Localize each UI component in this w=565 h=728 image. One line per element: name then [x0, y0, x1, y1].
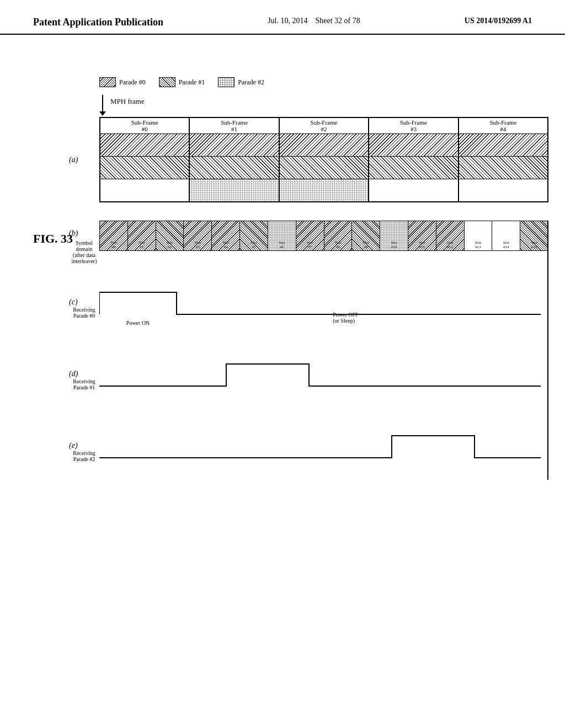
page-header: Patent Application Publication Jul. 10, …: [0, 0, 565, 35]
header-center: Jul. 10, 2014 Sheet 32 of 78: [268, 17, 360, 25]
slot-8: Slot#8: [324, 221, 353, 250]
c-label1: Receiving: [73, 307, 95, 313]
diagram-b: (b) Symbol domain (after data interleave…: [99, 221, 548, 251]
section-label-d: (d): [69, 370, 78, 378]
legend-label-1: Parade #1: [179, 78, 205, 87]
mph-label: MPH frame: [110, 97, 145, 106]
d-label2: Parade #1: [73, 384, 95, 390]
slot-2: Slot#2: [156, 221, 184, 250]
slot-9: Slot#9: [352, 221, 380, 250]
e-label1: Receiving: [73, 450, 95, 456]
slot-5: Slot#5: [240, 221, 268, 250]
diagram-c: (c) Receiving Parade #0 Power ON Power O…: [99, 281, 548, 336]
slot-3: Slot#3: [184, 221, 212, 250]
legend: Parade #0 Parade #1 Parade #2: [99, 77, 264, 87]
b-label2: domain: [76, 246, 93, 252]
legend-item-1: Parade #1: [159, 77, 205, 87]
section-label-c: (c): [69, 298, 78, 307]
subframe-2: Sub-Frame#2: [280, 118, 369, 201]
patent-number: US 2014/0192699 A1: [465, 17, 532, 25]
subframe-3: Sub-Frame#3: [369, 118, 459, 201]
legend-item-2: Parade #2: [218, 77, 264, 87]
legend-label-0: Parade #0: [119, 78, 146, 87]
slot-1: Slot#1: [128, 221, 156, 250]
slot-12: Slot#12: [436, 221, 465, 250]
section-label-a: (a): [69, 156, 78, 164]
publication-title: Patent Application Publication: [33, 17, 163, 28]
sheet: Sheet 32 of 78: [315, 17, 360, 25]
slot-7: Slot#7: [296, 221, 324, 250]
slot-15: Slot#15: [520, 221, 548, 250]
diagram-a: Sub-Frame#0 Sub-Frame#1 Sub-Frame#2: [99, 117, 548, 208]
legend-label-2: Parade #2: [238, 78, 264, 87]
b-label4: interleaver): [71, 258, 97, 264]
e-label2: Parade #2: [73, 456, 95, 462]
waveform-e: [99, 425, 548, 469]
slot-4: Slot#4: [212, 221, 240, 250]
waveform-c: [99, 281, 548, 325]
legend-item-0: Parade #0: [99, 77, 146, 87]
slot-14: Slot#14: [492, 221, 520, 250]
date: Jul. 10, 2014: [268, 17, 307, 25]
b-label3: (after data: [73, 252, 95, 258]
diagram-d: (d) Receiving Parade #1: [99, 353, 548, 408]
b-label1: Symbol: [76, 240, 93, 246]
diagram-area: Parade #0 Parade #1 Parade #2 MPH frame: [55, 72, 548, 717]
section-label-b: (b): [69, 229, 78, 238]
subframe-0: Sub-Frame#0: [100, 118, 190, 201]
slot-0: Slot#0: [100, 221, 128, 250]
d-label1: Receiving: [73, 378, 95, 384]
slot-11: Slot#11: [408, 221, 436, 250]
waveform-d: [99, 353, 548, 397]
section-label-e: (e): [69, 441, 78, 450]
slot-6: Slot#6: [268, 221, 296, 250]
c-label2: Parade #0: [73, 313, 95, 319]
mph-frame-label: MPH frame: [99, 95, 145, 116]
slot-10: Slot#10: [380, 221, 408, 250]
subframe-1: Sub-Frame#1: [190, 118, 279, 201]
slot-13: Slot#13: [465, 221, 493, 250]
subframe-4: Sub-Frame#4: [459, 118, 547, 201]
diagram-e: (e) Receiving Parade #2: [99, 425, 548, 480]
